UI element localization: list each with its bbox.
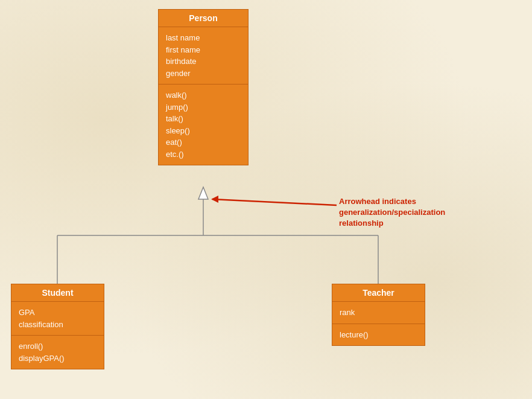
teacher-method-lecture: lecture(): [340, 329, 417, 341]
student-attr-classification: classification: [19, 319, 97, 331]
person-method-eat: eat(): [166, 136, 241, 148]
person-method-etc: etc.(): [166, 148, 241, 161]
person-method-jump: jump(): [166, 101, 241, 113]
svg-line-5: [212, 199, 337, 205]
student-attributes: GPA classification: [11, 302, 104, 336]
person-method-sleep: sleep(): [166, 125, 241, 137]
person-attr-lastname: last name: [166, 32, 241, 44]
person-attributes: last name first name birthdate gender: [159, 27, 248, 85]
person-attr-firstname: first name: [166, 44, 241, 56]
svg-marker-4: [198, 187, 208, 199]
student-class-name: Student: [11, 284, 104, 302]
person-methods: walk() jump() talk() sleep() eat() etc.(…: [159, 85, 248, 165]
student-method-displaygpa: displayGPA(): [19, 353, 97, 365]
annotation-line1: Arrowhead indicates: [339, 197, 416, 206]
student-class-box: Student GPA classification enroll() disp…: [11, 284, 104, 369]
annotation-line2: generalization/specialization: [339, 208, 445, 217]
person-class-name: Person: [159, 10, 248, 27]
teacher-methods: lecture(): [332, 324, 425, 346]
teacher-attr-rank: rank: [340, 307, 417, 319]
student-method-enroll: enroll(): [19, 340, 97, 353]
person-attr-birthdate: birthdate: [166, 56, 241, 68]
teacher-class-name: Teacher: [332, 284, 425, 302]
student-attr-gpa: GPA: [19, 307, 97, 319]
teacher-attributes: rank: [332, 302, 425, 324]
person-attr-gender: gender: [166, 68, 241, 80]
student-methods: enroll() displayGPA(): [11, 336, 104, 369]
svg-marker-6: [211, 196, 218, 203]
person-method-talk: talk(): [166, 113, 241, 125]
arrow-annotation: Arrowhead indicates generalization/speci…: [339, 196, 472, 229]
person-method-walk: walk(): [166, 89, 241, 101]
annotation-line3: relationship: [339, 219, 384, 228]
person-class-box: Person last name first name birthdate ge…: [158, 9, 249, 165]
teacher-class-box: Teacher rank lecture(): [332, 284, 425, 346]
